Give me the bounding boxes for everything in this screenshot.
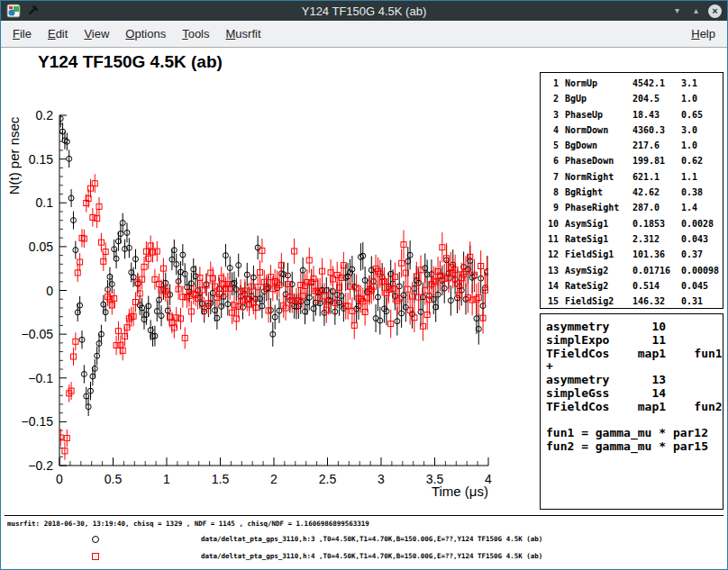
menu-options[interactable]: Options (117, 23, 174, 45)
series-circle (58, 110, 490, 416)
x-tick-label: 0 (56, 472, 63, 486)
y-tick-label: −0.05 (22, 327, 54, 341)
menu-help[interactable]: Help (683, 23, 723, 45)
param-row: 10AsymSig10.18530.0028 (544, 216, 723, 231)
menubar: FileEditViewOptionsToolsMusrfit Help (1, 21, 727, 48)
menu-musrfit[interactable]: Musrfit (218, 23, 269, 45)
y-tick-label: 0.15 (29, 152, 53, 167)
param-row: 9PhaseRight287.01.4 (544, 200, 723, 215)
menu-view[interactable]: View (76, 23, 117, 45)
footer-separator (5, 515, 723, 516)
legend-label: data/deltat_pta_gps_3110,h:4 ,T0=4.50K,T… (201, 552, 542, 560)
y-tick-label: −0.15 (22, 414, 54, 429)
x-axis-title: Time (μs) (432, 484, 488, 499)
minimize-button[interactable]: ▾ (670, 5, 684, 18)
plot-canvas[interactable]: 0.20.150.10.050−0.05−0.1−0.15−0.200.511.… (1, 48, 523, 516)
fit-info-text: musrfit: 2018-06-30, 13:19:40, chisq = 1… (7, 520, 369, 528)
circle-marker-icon (92, 536, 99, 543)
x-tick-label: 1.5 (212, 472, 230, 486)
maximize-button[interactable]: ▴ (689, 5, 703, 18)
x-tick-label: 2 (270, 472, 278, 486)
y-tick-label: 0.05 (29, 240, 53, 254)
param-row: 2BgUp204.51.0 (544, 91, 723, 106)
y-axis-title: N(t) per nsec (6, 116, 22, 195)
x-tick-label: 0.5 (105, 472, 123, 486)
legend-row: data/deltat_pta_gps_3110,h:3 ,T0=4.50K,T… (1, 531, 727, 548)
theory-text: asymmetry 10 simplExpo 11 TFieldCos map1… (541, 314, 723, 454)
param-row: 3PhaseUp18.430.65 (544, 107, 723, 122)
param-row: 1NormUp4542.13.1 (544, 76, 723, 91)
y-tick-label: −0.2 (28, 458, 53, 473)
param-box-rows: 1NormUp4542.13.12BgUp204.51.03PhaseUp18.… (544, 76, 723, 309)
close-button[interactable]: × (708, 5, 722, 18)
param-row: 14RateSig20.5140.045 (544, 278, 723, 294)
param-row: 11RateSig12.3120.043 (544, 231, 723, 247)
param-row: 13AsymSig20.017160.00098 (544, 263, 723, 278)
param-row: 5BgDown217.61.0 (544, 138, 723, 153)
legend: data/deltat_pta_gps_3110,h:3 ,T0=4.50K,T… (1, 531, 727, 565)
param-row: 15FieldSig2146.320.31 (544, 294, 723, 309)
y-tick-label: 0 (46, 284, 53, 298)
titlebar: Y124 TF150G 4.5K (ab) ▾▴× (1, 1, 727, 21)
param-row: 12FieldSig1101.360.37 (544, 247, 723, 262)
param-row: 8BgRight42.620.38 (544, 185, 723, 200)
menu-file[interactable]: File (5, 23, 40, 45)
menu-edit[interactable]: Edit (40, 23, 76, 45)
square-marker-icon (92, 553, 99, 560)
theory-box: asymmetry 10 simplExpo 11 TFieldCos map1… (540, 313, 723, 510)
wrench-icon (25, 4, 40, 18)
menubar-items: FileEditViewOptionsToolsMusrfit (5, 23, 269, 45)
legend-row: data/deltat_pta_gps_3110,h:4 ,T0=4.50K,T… (1, 548, 727, 565)
window-controls: ▾▴× (670, 5, 722, 18)
y-tick-label: 0.1 (36, 195, 54, 210)
y-tick-label: −0.1 (28, 371, 53, 385)
parameter-box: 1NormUp4542.13.12BgUp204.51.03PhaseUp18.… (540, 72, 723, 309)
y-tick-label: 0.2 (36, 108, 54, 122)
x-tick-label: 3 (378, 472, 385, 486)
legend-label: data/deltat_pta_gps_3110,h:3 ,T0=4.50K,T… (201, 535, 542, 543)
x-tick-label: 1 (163, 472, 170, 486)
canvas-area: Y124 TF150G 4.5K (ab) 0.20.150.10.050−0.… (1, 48, 727, 569)
app-icon[interactable] (6, 4, 21, 18)
menu-tools[interactable]: Tools (174, 23, 217, 45)
menubar-help: Help (683, 23, 723, 45)
param-row: 4NormDown4360.33.0 (544, 122, 723, 138)
param-row: 7NormRight621.11.1 (544, 169, 723, 185)
app-window: Y124 TF150G 4.5K (ab) ▾▴× FileEditViewOp… (0, 0, 728, 570)
window-title: Y124 TF150G 4.5K (ab) (1, 5, 727, 18)
x-tick-label: 2.5 (319, 472, 337, 486)
param-row: 6PhaseDown199.810.62 (544, 153, 723, 168)
